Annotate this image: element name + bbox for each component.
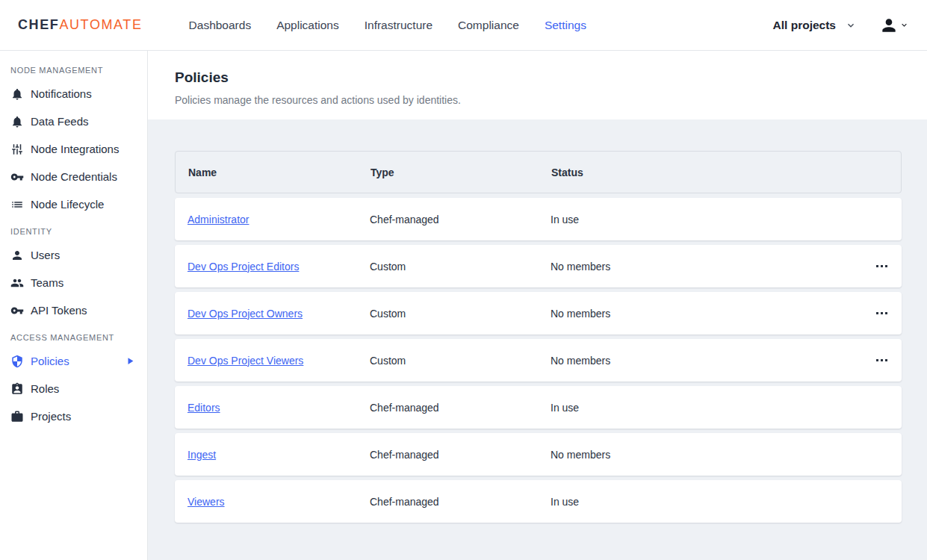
ellipsis-dot: [876, 312, 878, 314]
cell-name: Dev Ops Project Viewers: [175, 355, 370, 367]
sidebar-item-api-tokens[interactable]: API Tokens: [0, 296, 147, 324]
sidebar-item-label: Teams: [31, 276, 63, 289]
row-menu-button-dev-ops-project-editors[interactable]: [875, 261, 889, 272]
cell-type: Chef-managed: [370, 214, 551, 225]
cell-status: No members: [551, 355, 869, 367]
nav-item-compliance[interactable]: Compliance: [458, 19, 519, 32]
sidebar-item-roles[interactable]: Roles: [0, 375, 147, 402]
sidebar-item-label: Data Feeds: [31, 115, 89, 128]
list-icon: [10, 198, 24, 211]
key-icon: [10, 304, 24, 317]
cell-status: No members: [551, 261, 869, 273]
sidebar-item-users[interactable]: Users: [0, 241, 147, 269]
cell-name: Administrator: [175, 214, 370, 225]
cell-name: Editors: [175, 402, 370, 414]
cell-name: Dev Ops Project Owners: [175, 308, 370, 320]
projects-filter-label: All projects: [773, 19, 836, 32]
policy-link-dev-ops-project-editors[interactable]: Dev Ops Project Editors: [187, 261, 299, 273]
sidebar-item-label: Policies: [31, 355, 69, 367]
policy-link-dev-ops-project-viewers[interactable]: Dev Ops Project Viewers: [187, 355, 303, 367]
nav-item-infrastructure[interactable]: Infrastructure: [365, 19, 433, 32]
person-icon: [10, 249, 24, 262]
table-row-ingest: IngestChef-managedNo members: [175, 433, 902, 476]
column-header-status: Status: [551, 167, 868, 178]
cell-name: Viewers: [175, 496, 370, 508]
sidebar-item-label: Users: [31, 249, 60, 261]
table-row-administrator: AdministratorChef-managedIn use: [175, 198, 902, 240]
policy-link-viewers[interactable]: Viewers: [187, 496, 225, 508]
policy-link-editors[interactable]: Editors: [187, 402, 220, 414]
user-avatar-icon: [879, 16, 899, 35]
policy-link-administrator[interactable]: Administrator: [187, 214, 249, 225]
shield-icon: [10, 355, 24, 368]
cell-status: In use: [551, 214, 869, 225]
row-menu-button-dev-ops-project-owners[interactable]: [875, 308, 889, 319]
sidebar-section-label-access-management: ACCESS MANAGEMENT: [0, 333, 147, 342]
sidebar-section-label-node-management: NODE MANAGEMENT: [0, 66, 147, 75]
cell-type: Custom: [370, 355, 551, 367]
table-row-dev-ops-project-viewers: Dev Ops Project ViewersCustomNo members: [175, 339, 902, 382]
nav-item-applications[interactable]: Applications: [276, 19, 339, 32]
chevron-down-icon: [845, 19, 857, 31]
ellipsis-dot: [881, 359, 883, 361]
cell-status: In use: [551, 402, 869, 414]
table-row-dev-ops-project-editors: Dev Ops Project EditorsCustomNo members: [175, 245, 902, 287]
cell-menu: [869, 261, 902, 272]
sidebar-item-label: Projects: [31, 410, 71, 423]
ellipsis-dot: [876, 265, 878, 267]
sidebar-item-node-lifecycle[interactable]: Node Lifecycle: [0, 190, 147, 218]
sidebar-item-policies[interactable]: Policies: [0, 347, 147, 375]
table-row-editors: EditorsChef-managedIn use: [175, 386, 902, 429]
content-panel: NameTypeStatus AdministratorChef-managed…: [148, 119, 927, 560]
column-header-name: Name: [176, 167, 371, 178]
cell-status: No members: [551, 308, 869, 320]
group-icon: [10, 276, 24, 290]
page-title: Policies: [175, 69, 900, 86]
logo-automate-text: AUTOMATE: [59, 17, 142, 33]
cell-name: Dev Ops Project Editors: [175, 261, 370, 273]
page-header: Policies Policies manage the resources a…: [148, 51, 927, 119]
cell-menu: [869, 355, 902, 366]
projects-filter-dropdown[interactable]: All projects: [773, 19, 857, 32]
sidebar-section-label-identity: IDENTITY: [0, 227, 147, 236]
page-subtitle: Policies manage the resources and action…: [175, 94, 900, 106]
sidebar-item-node-integrations[interactable]: Node Integrations: [0, 135, 147, 163]
policy-link-ingest[interactable]: Ingest: [187, 449, 216, 461]
cell-type: Chef-managed: [370, 496, 551, 508]
sidebar-item-label: API Tokens: [31, 304, 87, 317]
nav-item-settings[interactable]: Settings: [545, 19, 586, 32]
briefcase-icon: [10, 410, 24, 423]
cell-status: No members: [551, 449, 869, 461]
cell-type: Custom: [370, 308, 551, 320]
badge-icon: [10, 382, 24, 396]
ellipsis-dot: [881, 312, 883, 314]
user-menu[interactable]: [879, 16, 909, 35]
column-header-type: Type: [371, 167, 551, 178]
cell-name: Ingest: [175, 449, 370, 461]
sidebar-item-node-credentials[interactable]: Node Credentials: [0, 163, 147, 190]
cell-type: Chef-managed: [370, 402, 551, 414]
row-menu-button-dev-ops-project-viewers[interactable]: [875, 355, 889, 366]
bell-icon: [10, 115, 24, 128]
top-navbar: CHEFAUTOMATE DashboardsApplicationsInfra…: [0, 0, 927, 51]
sidebar-item-label: Node Lifecycle: [31, 198, 104, 211]
bell-icon: [10, 87, 24, 101]
sidebar-item-label: Node Credentials: [31, 170, 117, 183]
chef-automate-logo[interactable]: CHEFAUTOMATE: [18, 17, 143, 33]
sidebar-item-teams[interactable]: Teams: [0, 269, 147, 296]
triangle-right-icon: [123, 355, 137, 367]
table-header-row: NameTypeStatus: [175, 151, 902, 193]
sidebar-item-label: Node Integrations: [31, 143, 119, 155]
sidebar-item-notifications[interactable]: Notifications: [0, 80, 147, 108]
policy-link-dev-ops-project-owners[interactable]: Dev Ops Project Owners: [187, 308, 303, 320]
cell-type: Chef-managed: [370, 449, 551, 461]
nav-item-dashboards[interactable]: Dashboards: [189, 19, 252, 32]
sidebar-item-label: Notifications: [31, 87, 92, 100]
ellipsis-dot: [876, 359, 878, 361]
main-nav: DashboardsApplicationsInfrastructureComp…: [189, 19, 586, 32]
ellipsis-dot: [885, 359, 887, 361]
sidebar: NODE MANAGEMENTNotificationsData FeedsNo…: [0, 51, 148, 560]
key-icon: [10, 170, 24, 184]
sidebar-item-projects[interactable]: Projects: [0, 402, 147, 430]
sidebar-item-data-feeds[interactable]: Data Feeds: [0, 108, 147, 135]
